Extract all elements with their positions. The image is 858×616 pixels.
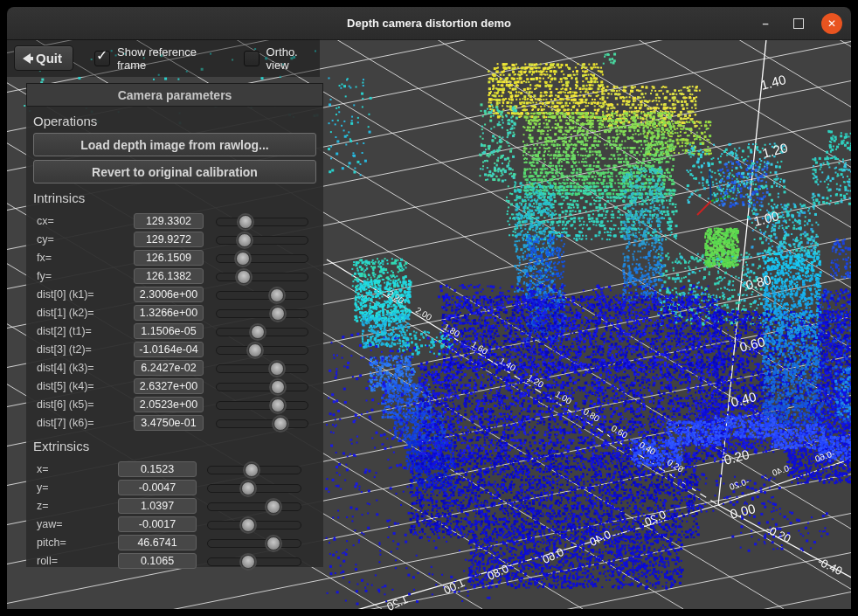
parameter-label: pitch=: [37, 536, 118, 549]
slider-track[interactable]: [216, 346, 308, 355]
checkbox[interactable]: ✓: [244, 51, 259, 66]
parameter-slider[interactable]: [216, 215, 308, 227]
parameter-slider[interactable]: [216, 233, 308, 246]
parameter-value-field[interactable]: 126.1509: [134, 250, 204, 266]
parameter-row: x= 0.1523: [26, 460, 323, 478]
slider-track[interactable]: [216, 291, 308, 300]
parameter-value-field[interactable]: 0.1523: [118, 461, 197, 477]
slider-knob[interactable]: [270, 362, 284, 376]
slider-track[interactable]: [216, 364, 308, 373]
parameter-row: dist[0] (k1)= 2.3006e+00: [26, 285, 323, 303]
parameter-row: dist[4] (k3)= 6.2427e-02: [26, 358, 323, 377]
parameter-slider[interactable]: [216, 307, 308, 319]
parameter-slider[interactable]: [216, 343, 308, 356]
slider-track[interactable]: [216, 383, 308, 391]
revert-calibration-button[interactable]: Revert to original calibration: [33, 160, 316, 183]
slider-knob[interactable]: [237, 270, 251, 284]
slider-track[interactable]: [207, 502, 301, 511]
parameter-value-field[interactable]: -0.0047: [118, 480, 197, 495]
parameter-slider[interactable]: [207, 536, 301, 549]
parameter-value-field[interactable]: -1.0164e-04: [134, 342, 204, 357]
parameter-row: fy= 126.1382: [26, 266, 323, 285]
parameter-label: dist[4] (k3)=: [37, 362, 134, 374]
parameter-slider[interactable]: [216, 362, 308, 374]
parameter-label: dist[7] (k6)=: [37, 417, 134, 429]
parameter-value-field[interactable]: 2.3006e+00: [134, 287, 204, 302]
parameter-value-field[interactable]: 6.2427e-02: [134, 360, 204, 376]
parameter-slider[interactable]: [216, 398, 308, 411]
parameter-slider[interactable]: [207, 500, 301, 512]
slider-knob[interactable]: [271, 380, 285, 394]
slider-knob[interactable]: [273, 417, 287, 431]
parameter-value-field[interactable]: 1.1506e-05: [134, 323, 204, 339]
slider-track[interactable]: [216, 236, 308, 245]
checkbox[interactable]: ✓: [94, 51, 110, 66]
checkbox-label: Ortho. view: [266, 45, 320, 72]
slider-track[interactable]: [207, 539, 301, 548]
slider-knob[interactable]: [241, 518, 255, 532]
slider-knob[interactable]: [241, 555, 255, 569]
parameter-value-field[interactable]: 2.0523e+00: [134, 397, 204, 412]
toolbar-checkbox-group: ✓ Ortho. view: [244, 45, 320, 72]
slider-knob[interactable]: [248, 343, 262, 357]
parameter-value-field[interactable]: -0.0017: [118, 516, 197, 532]
toolbar-checkboxes: ✓ Show reference frame ✓ Ortho. view: [73, 45, 320, 72]
parameter-slider[interactable]: [207, 518, 301, 530]
parameter-value-field[interactable]: 2.6327e+00: [134, 378, 204, 394]
parameter-slider[interactable]: [207, 481, 301, 494]
slider-knob[interactable]: [251, 325, 265, 339]
slider-knob[interactable]: [241, 481, 255, 495]
parameter-value-field[interactable]: 1.3266e+00: [134, 305, 204, 321]
extrinsics-rows: x= 0.1523 y= -0.0047 z= 1.0397 yaw= -0.0…: [26, 460, 323, 570]
parameter-label: dist[0] (k1)=: [37, 288, 134, 301]
parameter-row: dist[7] (k6)= 3.4750e-01: [26, 413, 323, 432]
parameter-label: dist[6] (k5)=: [37, 398, 134, 411]
parameter-value-field[interactable]: 0.1065: [118, 553, 197, 569]
parameter-label: roll=: [37, 555, 118, 567]
parameter-slider[interactable]: [216, 417, 308, 429]
slider-knob[interactable]: [245, 463, 259, 477]
slider-track[interactable]: [216, 254, 308, 263]
parameter-label: cy=: [37, 233, 134, 246]
slider-track[interactable]: [216, 273, 308, 281]
parameter-row: y= -0.0047: [26, 478, 323, 496]
slider-knob[interactable]: [271, 398, 285, 412]
parameter-row: dist[2] (t1)= 1.1506e-05: [26, 322, 323, 340]
parameter-label: z=: [37, 500, 118, 512]
parameter-label: yaw=: [37, 518, 118, 530]
parameter-value-field[interactable]: 126.1382: [134, 268, 204, 284]
slider-knob[interactable]: [266, 536, 280, 550]
slider-knob[interactable]: [270, 288, 284, 302]
slider-knob[interactable]: [238, 233, 252, 247]
quit-button[interactable]: Quit: [14, 45, 73, 71]
parameter-slider[interactable]: [216, 270, 308, 282]
slider-knob[interactable]: [271, 307, 285, 321]
maximize-button[interactable]: [788, 13, 809, 34]
parameter-row: pitch= 46.6741: [26, 533, 323, 551]
parameter-slider[interactable]: [216, 288, 308, 301]
parameter-value-field[interactable]: 1.0397: [118, 498, 197, 514]
slider-track[interactable]: [216, 309, 308, 318]
parameter-slider[interactable]: [216, 252, 308, 264]
slider-knob[interactable]: [239, 215, 253, 229]
minimize-button[interactable]: –: [755, 13, 776, 34]
parameter-row: z= 1.0397: [26, 496, 323, 515]
parameter-value-field[interactable]: 46.6741: [118, 535, 197, 550]
parameter-row: dist[5] (k4)= 2.6327e+00: [26, 377, 323, 395]
slider-knob[interactable]: [236, 252, 250, 266]
slider-track[interactable]: [216, 419, 308, 428]
parameter-slider[interactable]: [216, 380, 308, 392]
close-button[interactable]: ✕: [821, 13, 842, 34]
parameter-slider[interactable]: [207, 555, 301, 567]
parameter-value-field[interactable]: 129.3302: [134, 213, 204, 229]
parameter-slider[interactable]: [216, 325, 308, 337]
parameter-row: dist[6] (k5)= 2.0523e+00: [26, 395, 323, 413]
parameter-value-field[interactable]: 129.9272: [134, 232, 204, 247]
slider-track[interactable]: [216, 401, 308, 410]
load-depth-image-button[interactable]: Load depth image from rawlog...: [33, 133, 316, 156]
panel-header[interactable]: Camera parameters: [26, 83, 323, 107]
slider-track[interactable]: [216, 218, 308, 226]
parameter-slider[interactable]: [207, 463, 301, 475]
slider-knob[interactable]: [266, 500, 280, 514]
parameter-value-field[interactable]: 3.4750e-01: [134, 415, 204, 431]
